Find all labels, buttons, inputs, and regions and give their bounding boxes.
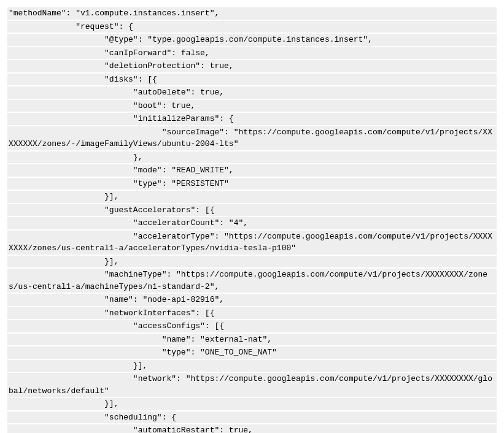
- code-line: "request": {: [7, 21, 497, 33]
- code-line: "mode": "READ_WRITE",: [7, 164, 497, 177]
- code-line: }],: [7, 191, 497, 203]
- code-line: "acceleratorCount": "4",: [7, 217, 497, 229]
- code-line: "guestAccelerators": [{: [7, 204, 497, 216]
- code-line: "methodName": "v1.compute.instances.inse…: [7, 7, 497, 20]
- code-line: "network": "https://compute.googleapis.c…: [7, 373, 497, 397]
- code-line: "disks": [{: [7, 74, 497, 86]
- code-line: "networkInterfaces": [{: [7, 307, 497, 320]
- code-line: "automaticRestart": true,: [7, 424, 497, 433]
- code-line: "autoDelete": true,: [7, 86, 497, 99]
- code-line: "sourceImage": "https://compute.googleap…: [7, 126, 497, 150]
- code-line: "name": "node-api-82916",: [7, 294, 497, 306]
- code-line: "acceleratorType": "https://compute.goog…: [7, 231, 497, 255]
- code-line: }],: [7, 398, 497, 410]
- code-line: "type": "PERSISTENT": [7, 178, 497, 190]
- code-line: "machineType": "https://compute.googleap…: [7, 269, 497, 293]
- code-line: "canIpForward": false,: [7, 47, 497, 59]
- code-line: "boot": true,: [7, 100, 497, 112]
- code-line: "scheduling": {: [7, 412, 497, 424]
- code-line: "type": "ONE_TO_ONE_NAT": [7, 347, 497, 359]
- code-line: "accessConfigs": [{: [7, 320, 497, 332]
- code-line: "initializeParams": {: [7, 113, 497, 125]
- code-block: "methodName": "v1.compute.instances.inse…: [7, 7, 497, 433]
- code-line: "@type": "type.googleapis.com/compute.in…: [7, 34, 497, 46]
- code-line: }],: [7, 256, 497, 268]
- code-line: "name": "external-nat",: [7, 334, 497, 346]
- code-line: }],: [7, 360, 497, 372]
- code-line: "deletionProtection": true,: [7, 60, 497, 72]
- code-line: },: [7, 151, 497, 164]
